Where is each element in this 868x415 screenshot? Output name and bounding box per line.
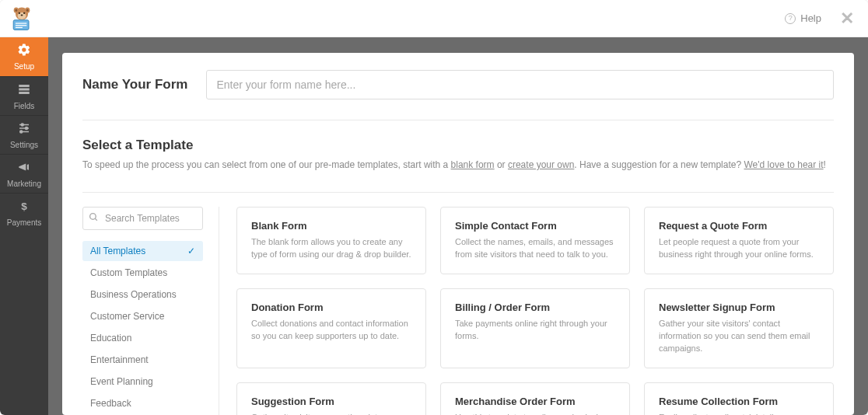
svg-point-19 [26,127,28,129]
check-icon: ✓ [187,246,195,256]
template-desc: Gather site visitor suggestions into one… [251,412,411,415]
category-item[interactable]: Entertainment [82,350,203,370]
sidebar-item-label: Setup [14,62,34,71]
template-desc: Easily collect applicants' details, resu… [659,412,819,415]
template-title: Donation Form [251,302,411,313]
hear-it-link[interactable]: We'd love to hear it [744,159,823,170]
svg-rect-10 [16,23,26,23]
sidebar-item-payments[interactable]: $Payments [0,193,48,232]
template-title: Merchandise Order Form [455,396,615,407]
settings-icon [17,121,31,138]
setup-panel: Name Your Form Select a Template To spee… [62,53,854,415]
template-desc: The blank form allows you to create any … [251,236,411,261]
template-card[interactable]: Blank FormThe blank form allows you to c… [236,207,426,274]
sidebar-item-marketing[interactable]: Marketing [0,154,48,193]
sidebar: SetupFieldsSettingsMarketing$Payments [0,37,48,415]
category-item[interactable]: Event Planning [82,371,203,392]
search-templates-input[interactable] [82,207,203,230]
svg-point-6 [19,12,20,13]
svg-rect-14 [19,88,30,90]
svg-point-3 [15,9,17,12]
template-desc: Gather your site visitors' contact infor… [659,318,819,355]
template-title: Simple Contact Form [455,220,615,232]
template-card[interactable]: Billing / Order FormTake payments online… [440,288,630,368]
svg-point-17 [21,124,23,126]
name-form-label: Name Your Form [82,77,187,92]
template-desc: Collect donations and contact informatio… [251,318,411,343]
sidebar-item-label: Marketing [7,180,41,188]
fields-icon [17,82,31,99]
category-list: All Templates✓Custom TemplatesBusiness O… [82,241,203,415]
template-grid: Blank FormThe blank form allows you to c… [236,207,834,415]
svg-text:$: $ [21,200,27,211]
category-item[interactable]: Customer Service [82,306,203,326]
svg-point-7 [23,12,25,13]
template-desc: Take payments online right through your … [455,318,615,343]
template-card[interactable]: Donation FormCollect donations and conta… [236,288,426,368]
template-desc: Collect the names, emails, and messages … [455,236,615,261]
category-item[interactable]: Business Operations [82,284,203,305]
svg-rect-12 [16,26,23,27]
template-title: Newsletter Signup Form [659,302,819,313]
setup-icon [17,43,31,59]
sidebar-item-label: Settings [10,141,38,149]
category-item[interactable]: All Templates✓ [82,241,203,261]
template-card[interactable]: Merchandise Order FormUse this template … [440,382,630,415]
svg-rect-11 [16,25,26,26]
svg-point-4 [26,9,29,12]
svg-rect-15 [19,92,30,94]
category-item[interactable]: Education [82,328,203,348]
template-title: Blank Form [251,220,411,232]
template-card[interactable]: Suggestion FormGather site visitor sugge… [236,382,426,415]
template-desc: Let people request a quote from your bus… [659,236,819,261]
form-name-input[interactable] [206,70,834,99]
template-title: Billing / Order Form [455,302,615,313]
svg-point-23 [90,214,96,220]
close-button[interactable]: ✕ [835,7,859,30]
template-title: Suggestion Form [251,396,411,407]
create-own-link[interactable]: create your own [508,159,574,170]
sidebar-item-label: Fields [14,102,35,110]
category-item[interactable]: Feedback [82,393,203,413]
template-title: Resume Collection Form [659,396,819,407]
payments-icon: $ [17,199,31,215]
help-link[interactable]: ? Help [785,12,821,24]
template-desc: Use this template to sell your physical … [455,412,615,415]
svg-point-21 [20,131,23,133]
sidebar-item-fields[interactable]: Fields [0,76,48,115]
template-card[interactable]: Simple Contact FormCollect the names, em… [440,207,630,274]
svg-point-8 [21,14,23,16]
help-icon: ? [785,13,796,24]
help-label: Help [800,12,821,24]
template-card[interactable]: Resume Collection FormEasily collect app… [644,382,834,415]
top-bar: ? Help ✕ [0,0,868,37]
sidebar-item-settings[interactable]: Settings [0,115,48,154]
blank-form-link[interactable]: blank form [451,159,495,170]
sidebar-item-setup[interactable]: Setup [0,37,48,76]
template-card[interactable]: Request a Quote FormLet people request a… [644,207,834,274]
marketing-icon [17,160,31,176]
sidebar-item-label: Payments [7,218,41,227]
select-template-intro: To speed up the process you can select f… [82,158,834,172]
svg-rect-13 [19,85,30,87]
template-card[interactable]: Newsletter Signup FormGather your site v… [644,288,834,368]
template-title: Request a Quote Form [659,220,819,232]
app-logo [8,5,36,33]
category-item[interactable]: Custom Templates [82,263,203,283]
svg-line-24 [95,218,97,221]
search-icon [89,212,99,225]
select-template-heading: Select a Template [82,138,834,153]
